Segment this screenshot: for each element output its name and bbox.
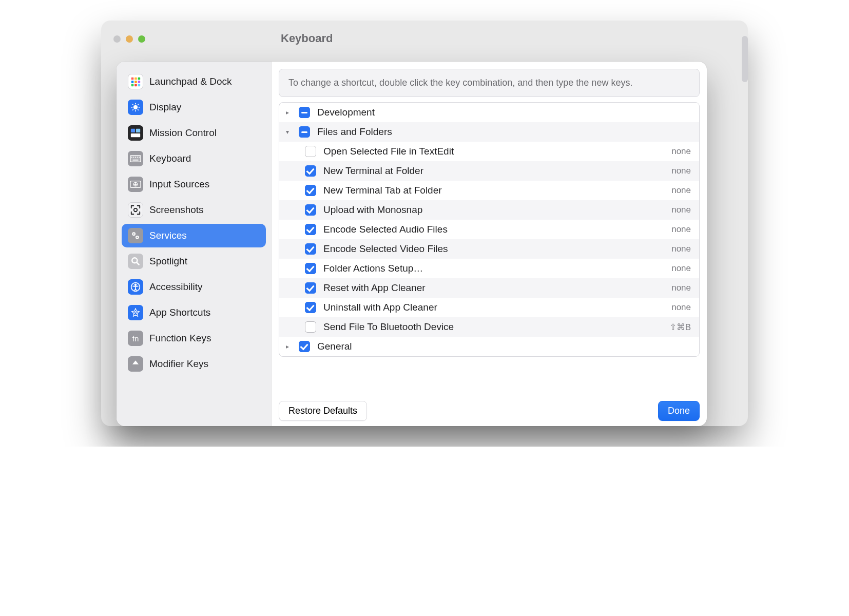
category-checkbox[interactable] <box>299 341 310 352</box>
service-row[interactable]: New Terminal at Folder none <box>279 161 699 181</box>
launchpad-icon <box>128 74 143 89</box>
service-label: Send File To Bluetooth Device <box>323 321 662 333</box>
svg-rect-19 <box>139 157 140 158</box>
sidebar-item-launchpad[interactable]: Launchpad & Dock <box>122 70 266 93</box>
service-checkbox[interactable] <box>305 243 316 255</box>
svg-text:A: A <box>134 310 138 315</box>
sidebar-item-display[interactable]: Display <box>122 95 266 119</box>
svg-rect-15 <box>131 157 132 158</box>
sidebar-item-screenshot[interactable]: Screenshots <box>122 198 266 222</box>
category-checkbox[interactable] <box>299 107 310 118</box>
sidebar-item-fn[interactable]: fn Function Keys <box>122 326 266 350</box>
category-label: Files and Folders <box>317 126 691 138</box>
service-row[interactable]: New Terminal Tab at Folder none <box>279 181 699 200</box>
modifier-icon <box>128 356 143 372</box>
sidebar-item-input[interactable]: Input Sources <box>122 172 266 196</box>
svg-point-23 <box>134 208 137 211</box>
chevron-right-icon[interactable]: ▸ <box>283 343 292 350</box>
sidebar: Launchpad & Dock Display Mission Control… <box>117 62 272 426</box>
svg-point-9 <box>134 106 138 109</box>
sidebar-item-mission[interactable]: Mission Control <box>122 121 266 145</box>
svg-rect-4 <box>134 81 137 83</box>
sidebar-item-appshort[interactable]: A App Shortcuts <box>122 301 266 324</box>
scrollbar-thumb[interactable] <box>742 36 748 82</box>
svg-rect-16 <box>133 157 134 158</box>
service-shortcut[interactable]: none <box>671 302 691 313</box>
service-row[interactable]: Encode Selected Video Files none <box>279 239 699 259</box>
svg-rect-6 <box>131 84 134 87</box>
restore-defaults-button[interactable]: Restore Defaults <box>279 401 367 421</box>
display-icon <box>128 100 143 115</box>
service-row[interactable]: Open Selected File in TextEdit none <box>279 142 699 161</box>
svg-rect-17 <box>135 157 136 158</box>
service-shortcut[interactable]: none <box>671 244 691 254</box>
category-row[interactable]: ▸ General <box>279 337 699 356</box>
svg-point-30 <box>135 284 137 285</box>
service-checkbox[interactable] <box>305 321 316 333</box>
chevron-right-icon[interactable]: ▸ <box>283 109 292 116</box>
svg-rect-13 <box>130 156 141 162</box>
service-checkbox[interactable] <box>305 302 316 313</box>
services-icon <box>128 228 143 243</box>
done-button[interactable]: Done <box>658 401 700 421</box>
service-row[interactable]: Encode Selected Audio Files none <box>279 220 699 239</box>
service-row[interactable]: Send File To Bluetooth Device ⇧⌘B <box>279 317 699 337</box>
sidebar-item-services[interactable]: Services <box>122 224 266 247</box>
category-row[interactable]: ▾ Files and Folders <box>279 122 699 142</box>
sidebar-item-modifier[interactable]: Modifier Keys <box>122 352 266 376</box>
svg-rect-8 <box>138 84 141 87</box>
sidebar-item-spotlight[interactable]: Spotlight <box>122 249 266 273</box>
service-shortcut[interactable]: ⇧⌘B <box>669 322 691 333</box>
service-shortcut[interactable]: none <box>671 263 691 274</box>
service-label: Folder Actions Setup… <box>323 263 664 274</box>
svg-rect-20 <box>133 160 139 161</box>
service-row[interactable]: Folder Actions Setup… none <box>279 259 699 278</box>
service-checkbox[interactable] <box>305 185 316 196</box>
chevron-down-icon[interactable]: ▾ <box>283 128 292 136</box>
service-shortcut[interactable]: none <box>671 166 691 176</box>
sidebar-item-label: Display <box>149 102 181 113</box>
service-shortcut[interactable]: none <box>671 224 691 235</box>
shortcuts-sheet: Launchpad & Dock Display Mission Control… <box>117 62 707 426</box>
input-icon <box>128 177 143 192</box>
service-label: Uninstall with App Cleaner <box>323 302 664 313</box>
service-checkbox[interactable] <box>305 165 316 177</box>
service-label: Reset with App Cleaner <box>323 282 664 294</box>
sidebar-item-accessibility[interactable]: Accessibility <box>122 275 266 299</box>
service-checkbox[interactable] <box>305 282 316 294</box>
helper-text: To change a shortcut, double click the k… <box>279 69 700 97</box>
service-label: Encode Selected Video Files <box>323 243 664 255</box>
service-checkbox[interactable] <box>305 146 316 157</box>
svg-rect-7 <box>134 84 137 87</box>
sidebar-item-label: Input Sources <box>149 179 209 190</box>
service-label: New Terminal at Folder <box>323 165 664 177</box>
sidebar-item-keyboard[interactable]: Keyboard <box>122 147 266 170</box>
service-checkbox[interactable] <box>305 204 316 216</box>
service-row[interactable]: Upload with Monosnap none <box>279 200 699 220</box>
service-row[interactable]: Reset with App Cleaner none <box>279 278 699 298</box>
sidebar-item-label: Launchpad & Dock <box>149 76 232 87</box>
category-row[interactable]: ▸ Development <box>279 103 699 122</box>
category-checkbox[interactable] <box>299 126 310 138</box>
sidebar-item-label: App Shortcuts <box>149 307 210 318</box>
service-shortcut[interactable]: none <box>671 146 691 157</box>
svg-rect-12 <box>131 133 140 137</box>
service-shortcut[interactable]: none <box>671 283 691 293</box>
sidebar-item-label: Accessibility <box>149 281 202 293</box>
service-row[interactable]: Uninstall with App Cleaner none <box>279 298 699 317</box>
sidebar-item-label: Services <box>149 230 187 241</box>
accessibility-icon <box>128 279 143 295</box>
svg-rect-1 <box>134 78 137 80</box>
category-label: Development <box>317 107 691 118</box>
maximize-button[interactable] <box>138 35 145 43</box>
minimize-button[interactable] <box>126 35 133 43</box>
service-shortcut[interactable]: none <box>671 185 691 196</box>
service-checkbox[interactable] <box>305 224 316 235</box>
svg-point-26 <box>133 233 134 235</box>
service-shortcut[interactable]: none <box>671 205 691 215</box>
sidebar-item-label: Screenshots <box>149 204 204 216</box>
window-title: Keyboard <box>281 32 333 45</box>
service-checkbox[interactable] <box>305 263 316 274</box>
mission-icon <box>128 125 143 141</box>
close-button[interactable] <box>113 35 121 43</box>
